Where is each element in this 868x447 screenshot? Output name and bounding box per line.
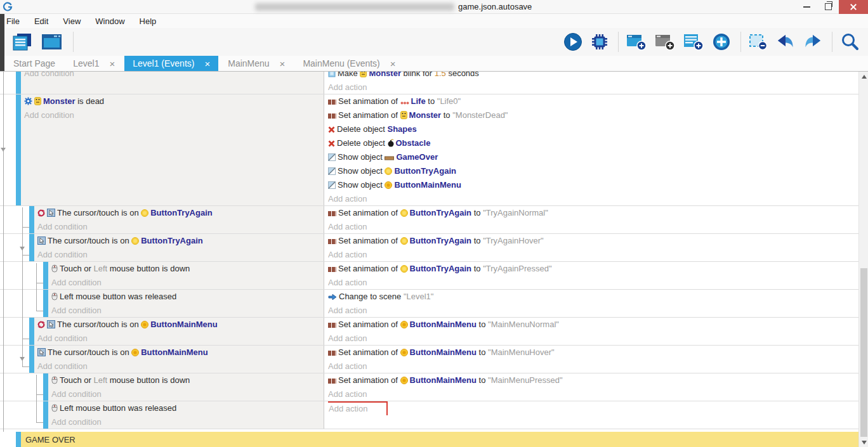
deselect-instances-button[interactable]: [746, 32, 773, 52]
action-line[interactable]: Set animation of ButtonTryAgain to "TryA…: [328, 262, 858, 276]
add-action[interactable]: Add action: [328, 361, 367, 371]
actions-cell[interactable]: Set animation of ButtonMainMenu to "Main…: [324, 318, 858, 345]
scroll-up-button[interactable]: [859, 72, 868, 82]
minimize-button[interactable]: [796, 0, 817, 14]
add-condition[interactable]: Add condition: [37, 332, 324, 345]
action-line[interactable]: Set animation of ButtonMainMenu to "Main…: [328, 373, 858, 387]
add-condition[interactable]: Add condition: [24, 72, 324, 81]
close-button[interactable]: [839, 0, 868, 14]
add-action[interactable]: Add action: [328, 250, 367, 259]
condition-line[interactable]: The cursor/touch is on ButtonMainMenu: [37, 318, 324, 332]
start-page-button[interactable]: [37, 31, 69, 53]
add-object-button[interactable]: [709, 31, 736, 53]
condition-line[interactable]: Left mouse button was released: [51, 401, 324, 415]
event-selection-bar[interactable]: [16, 432, 21, 447]
add-action[interactable]: Add action: [328, 194, 367, 204]
add-external-layout-button[interactable]: [652, 32, 680, 52]
search-button[interactable]: [837, 31, 864, 53]
tab-level1[interactable]: Level1×: [65, 56, 123, 71]
scrollbar-thumb[interactable]: [860, 268, 867, 437]
action-line[interactable]: Delete object Shapes: [328, 122, 858, 136]
debug-button[interactable]: [588, 32, 614, 52]
actions-cell[interactable]: Set animation of ButtonMainMenu to "Main…: [324, 373, 858, 401]
conditions-cell[interactable]: The cursor/touch is on ButtonMainMenuAdd…: [34, 346, 324, 373]
action-line[interactable]: Set animation of ButtonTryAgain to "TryA…: [328, 206, 858, 220]
action-line[interactable]: Set animation of Monster to "MonsterDead…: [328, 108, 858, 122]
add-action[interactable]: Add action: [328, 222, 367, 231]
vertical-scrollbar[interactable]: [858, 72, 868, 447]
conditions-cell[interactable]: Add condition: [21, 72, 324, 94]
actions-cell[interactable]: Set animation of ButtonTryAgain to "TryA…: [324, 234, 858, 261]
action-line[interactable]: Delete object Obstacle: [328, 136, 858, 150]
collapse-triangle-icon[interactable]: [1, 148, 6, 152]
action-line[interactable]: Set animation of Life to "Life0": [328, 94, 858, 108]
action-line[interactable]: Make Monster blink for 1.5 seconds: [328, 72, 858, 81]
condition-line[interactable]: The cursor/touch is on ButtonTryAgain: [37, 206, 324, 220]
condition-line[interactable]: Touch or Left mouse button is down: [51, 262, 324, 276]
menu-item-help[interactable]: Help: [140, 16, 157, 26]
tab-level1-events[interactable]: Level1 (Events)×: [124, 56, 218, 71]
add-condition[interactable]: Add condition: [51, 387, 324, 401]
project-manager-button[interactable]: [9, 31, 37, 53]
scroll-down-button[interactable]: [859, 437, 868, 447]
menu-item-edit[interactable]: Edit: [34, 16, 48, 26]
add-action[interactable]: Add action: [328, 306, 367, 315]
conditions-cell[interactable]: The cursor/touch is on ButtonMainMenuAdd…: [34, 318, 324, 345]
actions-cell[interactable]: Set animation of ButtonMainMenu to "Main…: [324, 346, 858, 373]
add-scene-button[interactable]: [623, 32, 652, 52]
event-selection-bar[interactable]: [43, 262, 48, 289]
collapse-triangle-icon[interactable]: [20, 357, 25, 361]
action-line[interactable]: Show object ButtonTryAgain: [328, 164, 858, 178]
condition-line[interactable]: Monster is dead: [24, 94, 324, 108]
play-button[interactable]: [560, 31, 588, 53]
event-selection-bar[interactable]: [29, 206, 34, 233]
tab-mainmenu[interactable]: MainMenu×: [220, 56, 293, 71]
actions-cell[interactable]: Set animation of ButtonTryAgain to "TryA…: [324, 262, 858, 289]
event-selection-bar[interactable]: [43, 401, 48, 429]
action-line[interactable]: Change to scene "Level1": [328, 290, 858, 304]
undo-button[interactable]: [773, 32, 800, 51]
redo-button[interactable]: [800, 32, 827, 51]
conditions-cell[interactable]: Left mouse button was releasedAdd condit…: [48, 401, 324, 429]
condition-line[interactable]: The cursor/touch is on ButtonMainMenu: [37, 346, 324, 360]
tab-mainmenu-events[interactable]: MainMenu (Events)×: [294, 56, 404, 71]
action-line[interactable]: Show object GameOver: [328, 150, 858, 164]
action-line[interactable]: Set animation of ButtonMainMenu to "Main…: [328, 318, 858, 332]
close-tab-icon[interactable]: ×: [109, 59, 115, 68]
add-condition[interactable]: Add condition: [51, 415, 324, 429]
collapse-triangle-icon[interactable]: [20, 247, 25, 250]
event-selection-bar[interactable]: [29, 234, 34, 261]
close-tab-icon[interactable]: ×: [204, 59, 210, 68]
add-action[interactable]: Add action: [328, 278, 367, 287]
add-condition[interactable]: Add condition: [37, 248, 324, 261]
add-action[interactable]: Add action: [328, 389, 367, 399]
event-selection-bar[interactable]: [16, 94, 21, 205]
event-selection-bar[interactable]: [43, 290, 48, 317]
conditions-cell[interactable]: Left mouse button was releasedAdd condit…: [48, 290, 324, 317]
add-action[interactable]: Add action: [328, 82, 367, 92]
actions-cell[interactable]: Make Monster blink for 1.5 secondsAdd ac…: [324, 72, 858, 94]
add-condition[interactable]: Add condition: [51, 304, 324, 317]
condition-line[interactable]: Touch or Left mouse button is down: [51, 373, 324, 387]
add-condition[interactable]: Add condition: [51, 276, 324, 289]
menu-item-file[interactable]: File: [6, 16, 20, 26]
conditions-cell[interactable]: Touch or Left mouse button is downAdd co…: [48, 262, 324, 289]
add-condition[interactable]: Add condition: [37, 220, 324, 233]
actions-cell[interactable]: Change to scene "Level1"Add action: [324, 290, 858, 317]
tab-start-page[interactable]: Start Page: [5, 56, 63, 71]
action-line[interactable]: Set animation of ButtonMainMenu to "Main…: [328, 346, 858, 360]
menu-item-window[interactable]: Window: [95, 16, 124, 26]
event-selection-bar[interactable]: [29, 318, 34, 345]
event-selection-bar[interactable]: [29, 346, 34, 373]
actions-cell[interactable]: Add action: [324, 401, 858, 429]
action-line[interactable]: Show object ButtonMainMenu: [328, 178, 858, 192]
conditions-cell[interactable]: Touch or Left mouse button is downAdd co…: [48, 373, 324, 401]
condition-line[interactable]: The cursor/touch is on ButtonTryAgain: [37, 234, 324, 248]
add-condition[interactable]: Add condition: [24, 108, 324, 122]
condition-line[interactable]: Left mouse button was released: [51, 290, 324, 304]
close-tab-icon[interactable]: ×: [280, 59, 286, 68]
event-selection-bar[interactable]: [16, 72, 21, 94]
menu-item-view[interactable]: View: [63, 16, 81, 26]
action-line[interactable]: Set animation of ButtonTryAgain to "TryA…: [328, 234, 858, 248]
add-action[interactable]: Add action: [328, 334, 367, 343]
